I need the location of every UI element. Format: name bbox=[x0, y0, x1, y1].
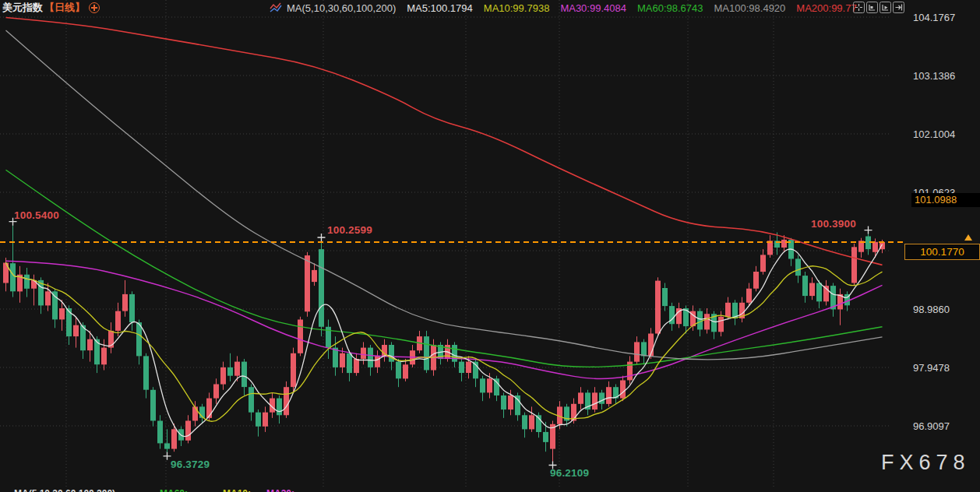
candle bbox=[59, 308, 65, 319]
candle bbox=[529, 415, 534, 429]
candle bbox=[389, 345, 394, 362]
candle bbox=[641, 342, 647, 356]
candle bbox=[620, 381, 626, 399]
candle bbox=[452, 345, 457, 362]
candle bbox=[122, 294, 128, 311]
crosshair-icon[interactable] bbox=[853, 2, 865, 13]
candle bbox=[164, 443, 170, 448]
extreme-cross-marker bbox=[865, 227, 872, 234]
y-axis-label: 104.1767 bbox=[913, 12, 955, 23]
candle bbox=[305, 255, 310, 311]
candle bbox=[368, 348, 373, 367]
candle bbox=[24, 275, 30, 289]
candle bbox=[192, 406, 198, 420]
candle bbox=[480, 378, 485, 392]
candle bbox=[171, 429, 177, 448]
candle bbox=[753, 272, 759, 289]
candle bbox=[606, 387, 612, 404]
panel-corner-icon[interactable] bbox=[866, 2, 878, 13]
candle bbox=[213, 385, 219, 399]
candle bbox=[143, 356, 149, 389]
candle bbox=[234, 362, 240, 376]
candle bbox=[206, 399, 212, 418]
ma-legend-item: MA30:99.4084 bbox=[560, 2, 626, 14]
candle bbox=[340, 353, 345, 367]
clipped-legend-text: MA30: bbox=[266, 489, 294, 492]
high-price-annotation: 100.3900 bbox=[811, 218, 856, 230]
candle bbox=[718, 317, 724, 332]
candle bbox=[73, 325, 79, 336]
ma-values: MA5:100.1794MA10:99.7938MA30:99.4084MA60… bbox=[396, 2, 856, 14]
low-price-annotation: 96.3729 bbox=[171, 459, 210, 470]
candle bbox=[185, 421, 191, 441]
candle bbox=[256, 413, 261, 427]
candle bbox=[220, 367, 226, 385]
candle bbox=[795, 258, 801, 276]
current-price-badge: 100.1770 bbox=[904, 244, 980, 260]
candle bbox=[543, 432, 548, 442]
indicator-chart-icon[interactable] bbox=[270, 2, 282, 13]
candle bbox=[227, 367, 233, 376]
clipped-legend-text: MA(5,10,30,60,100,200) bbox=[14, 489, 115, 492]
period-label[interactable]: 【日线】 bbox=[44, 1, 85, 15]
candle bbox=[396, 362, 401, 379]
y-axis-label: 102.1004 bbox=[913, 128, 955, 140]
candle bbox=[354, 359, 359, 373]
candle bbox=[249, 387, 254, 413]
chart-legend: 美元指数 【日线】 MA(5,10,30,60,100,200) MA5:100… bbox=[2, 2, 857, 14]
candle bbox=[403, 364, 408, 378]
candlestick-chart[interactable] bbox=[0, 0, 980, 492]
candle bbox=[802, 276, 808, 296]
candle bbox=[101, 348, 107, 365]
candle bbox=[851, 247, 857, 283]
extreme-cross-marker bbox=[164, 452, 171, 460]
candle bbox=[284, 387, 289, 415]
candle bbox=[501, 395, 506, 409]
candle bbox=[494, 378, 499, 395]
clipped-bottom-legend: MA(5,10,30,60,100,200)MA60:MA10:MA30: bbox=[0, 489, 980, 492]
ma-legend-item: MA200:99.77 bbox=[796, 2, 856, 14]
exit-right-icon[interactable] bbox=[893, 2, 904, 13]
candle bbox=[319, 249, 324, 327]
high-price-annotation: 100.5400 bbox=[14, 209, 59, 221]
candle bbox=[459, 362, 464, 373]
candle bbox=[466, 362, 471, 373]
fx678-watermark: FX678 bbox=[881, 451, 971, 475]
candle bbox=[291, 353, 296, 387]
candle bbox=[136, 322, 142, 356]
candle bbox=[129, 294, 135, 322]
scroll-latest-arrow-icon[interactable] bbox=[964, 234, 972, 241]
circle-plus-icon[interactable] bbox=[89, 2, 100, 13]
ma-params-label: MA(5,10,30,60,100,200) bbox=[287, 2, 396, 14]
candle bbox=[522, 415, 527, 429]
candle bbox=[746, 289, 752, 303]
y-axis-label: 97.9478 bbox=[913, 362, 950, 374]
candle bbox=[312, 270, 317, 282]
candle bbox=[592, 392, 598, 409]
candle bbox=[45, 291, 51, 305]
high-price-annotation: 100.2599 bbox=[327, 224, 372, 236]
candles bbox=[3, 222, 885, 466]
candle bbox=[241, 362, 247, 388]
ma-line-ma100 bbox=[6, 30, 883, 360]
candle bbox=[298, 320, 303, 353]
candle bbox=[424, 336, 429, 370]
ma-line-ma30 bbox=[6, 261, 883, 378]
candle bbox=[10, 263, 16, 291]
extreme-cross-marker bbox=[318, 234, 326, 241]
candle bbox=[760, 255, 766, 272]
candle bbox=[662, 288, 668, 306]
candle bbox=[347, 353, 352, 373]
candle bbox=[487, 378, 492, 392]
candle bbox=[578, 392, 583, 403]
candle bbox=[87, 339, 93, 350]
clipped-legend-text: MA10: bbox=[223, 489, 251, 492]
panel-play-icon[interactable] bbox=[880, 2, 891, 13]
y-axis-label: 96.9097 bbox=[913, 420, 950, 432]
candle bbox=[655, 281, 661, 334]
candle bbox=[725, 303, 731, 317]
ma-legend-item: MA5:100.1794 bbox=[407, 2, 473, 14]
candle bbox=[361, 348, 366, 359]
candle bbox=[150, 390, 156, 421]
ma-legend-item: MA60:98.6743 bbox=[637, 2, 703, 14]
